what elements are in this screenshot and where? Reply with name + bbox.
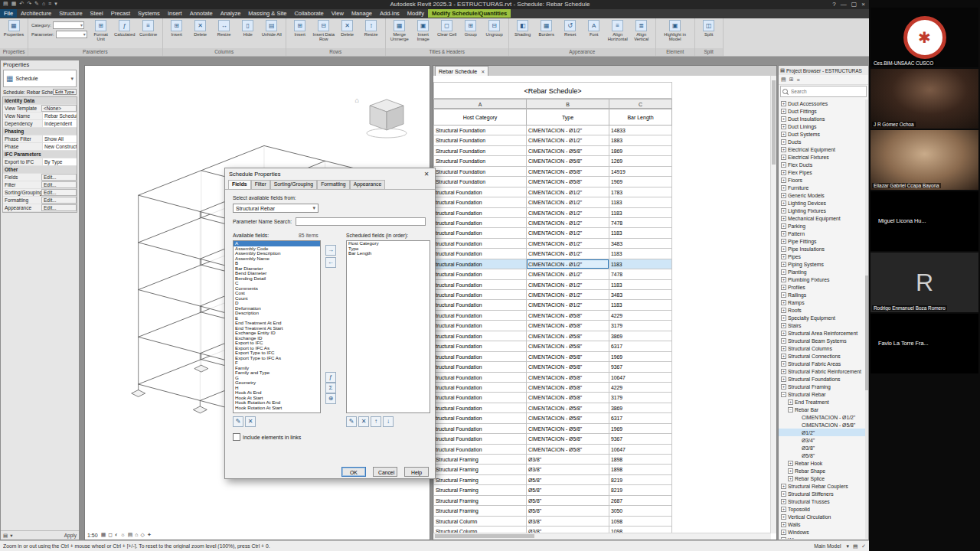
type-cell[interactable]: CIMENTACION - Ø5/8": [527, 403, 609, 413]
bar-length-cell[interactable]: 4229: [609, 311, 672, 321]
tree-item[interactable]: + Ducts: [779, 138, 865, 145]
schedule-row[interactable]: tructural Foundation CIMENTACION - Ø1/2"…: [434, 218, 672, 228]
schedule-row[interactable]: Structural Framing Ø3/8" 1898: [434, 455, 672, 465]
tree-item[interactable]: + Ramps: [779, 298, 865, 306]
host-category-cell[interactable]: tructural Foundation: [434, 383, 527, 393]
type-cell[interactable]: CIMENTACION - Ø1/2": [527, 187, 609, 197]
tree-item[interactable]: + Duct Systems: [779, 130, 865, 138]
host-category-cell[interactable]: tructural Foundation: [434, 393, 527, 403]
type-cell[interactable]: Ø5/8": [527, 485, 609, 495]
tree-expander[interactable]: +: [781, 331, 786, 336]
tree-item[interactable]: + Structural Foundations: [779, 375, 865, 383]
host-category-cell[interactable]: tructural Foundation: [434, 259, 527, 269]
ribbon-button[interactable]: ≡Align Horizontal: [606, 20, 629, 41]
schedule-row[interactable]: tructural Foundation CIMENTACION - Ø5/8"…: [434, 373, 672, 383]
schedule-row[interactable]: tructural Foundation CIMENTACION - Ø1/2"…: [434, 300, 672, 310]
bar-length-cell[interactable]: 4229: [609, 383, 672, 393]
tree-item[interactable]: + Duct Fittings: [779, 107, 865, 115]
tree-expander[interactable]: +: [781, 185, 786, 191]
property-row[interactable]: View Template <None>: [3, 105, 77, 112]
qat-icon[interactable]: ↷: [27, 1, 31, 7]
tree-expander[interactable]: +: [781, 292, 786, 298]
schedule-row[interactable]: Structural Framing Ø5/8" 2687: [434, 496, 672, 506]
schedule-row[interactable]: tructural Foundation CIMENTACION - Ø1/2"…: [434, 249, 672, 259]
remove-field-button[interactable]: ←: [325, 257, 336, 268]
tree-expander[interactable]: +: [781, 522, 786, 527]
view-control-icon[interactable]: ✦: [147, 532, 152, 538]
schedule-row[interactable]: Structural Column Ø3/8" 1098: [434, 517, 672, 527]
host-category-cell[interactable]: tructural Foundation: [434, 331, 527, 341]
host-category-cell[interactable]: tructural Foundation: [434, 403, 527, 413]
participant-tile[interactable]: R Rodrigo Enmanuel Boza Romero: [871, 253, 978, 312]
tree-item[interactable]: + Pipe Fittings: [779, 237, 865, 245]
calculated-value-button[interactable]: Σ: [325, 383, 336, 393]
bar-length-cell[interactable]: 1183: [609, 197, 672, 207]
schedule-row[interactable]: tructural Foundation CIMENTACION - Ø1/2"…: [434, 228, 672, 238]
bar-length-cell[interactable]: 3179: [609, 321, 672, 331]
host-category-cell[interactable]: tructural Foundation: [434, 228, 527, 238]
property-row[interactable]: Appearance Edit...: [3, 204, 77, 212]
ribbon-button[interactable]: ⊟Ungroup: [483, 20, 506, 41]
bar-length-cell[interactable]: 1883: [609, 135, 672, 145]
schedule-row[interactable]: tructural Foundation CIMENTACION - Ø5/8"…: [434, 311, 672, 321]
view-control-icon[interactable]: ⌂: [135, 532, 138, 538]
bar-length-cell[interactable]: 1898: [609, 465, 672, 474]
bar-length-cell[interactable]: 6317: [609, 413, 672, 423]
bar-length-cell[interactable]: 1898: [609, 455, 672, 465]
schedule-row[interactable]: tructural Foundation CIMENTACION - Ø1/2"…: [434, 280, 672, 290]
property-row[interactable]: View Name Rebar Schedule: [3, 112, 77, 120]
browser-tool-icon[interactable]: ▤: [781, 77, 786, 83]
host-category-cell[interactable]: tructural Foundation: [434, 311, 527, 321]
tree-item[interactable]: + Structural Columns: [779, 344, 865, 352]
field-item[interactable]: Hook Rotation At Start: [234, 406, 320, 411]
tree-item[interactable]: + Profiles: [779, 283, 865, 291]
ribbon-tab[interactable]: Modify Schedule/Quantities: [428, 9, 511, 18]
tree-item[interactable]: + Vertical Circulation: [779, 513, 865, 520]
bar-length-cell[interactable]: 1098: [609, 517, 672, 527]
status-bar-icon[interactable]: ✓: [861, 543, 866, 549]
type-cell[interactable]: CIMENTACION - Ø5/8": [527, 321, 609, 331]
ribbon-button[interactable]: ◻Clear Cell: [436, 20, 459, 41]
tree-expander[interactable]: −: [788, 407, 793, 412]
type-cell[interactable]: CIMENTACION - Ø5/8": [527, 341, 609, 351]
tree-item[interactable]: + Structural Area Reinforcement: [779, 329, 865, 337]
ribbon-button[interactable]: ▤Unhide All: [260, 20, 283, 37]
host-category-cell[interactable]: tructural Foundation: [434, 239, 527, 249]
ribbon-button[interactable]: ◧Shading: [511, 20, 534, 41]
delete-available-field-button[interactable]: ✕: [245, 416, 256, 427]
type-cell[interactable]: CIMENTACION - Ø5/8": [527, 383, 609, 393]
type-cell[interactable]: Ø5/8": [527, 496, 609, 506]
type-cell[interactable]: CIMENTACION - Ø1/2": [527, 300, 609, 310]
host-category-cell[interactable]: tructural Foundation: [434, 187, 527, 197]
bar-length-cell[interactable]: 1869: [609, 146, 672, 156]
bar-length-cell[interactable]: 1183: [609, 259, 672, 269]
tree-expander[interactable]: +: [781, 139, 786, 145]
tree-item[interactable]: + Structural Trusses: [779, 497, 865, 505]
edit-type-button[interactable]: Edit Type: [53, 89, 77, 95]
ribbon-button[interactable]: ⊞Format Unit: [90, 20, 113, 41]
schedule-row[interactable]: Structural Foundation CIMENTACION - Ø5/8…: [434, 167, 672, 177]
delete-scheduled-field-button[interactable]: ✕: [358, 416, 369, 427]
horizontal-scrollbar[interactable]: [433, 533, 771, 540]
column-header[interactable]: Host Category: [433, 109, 527, 126]
type-cell[interactable]: Ø3/8": [527, 465, 609, 474]
tree-expander[interactable]: +: [781, 231, 786, 236]
search-input[interactable]: [789, 88, 864, 95]
column-header[interactable]: Type: [527, 109, 609, 126]
tree-expander[interactable]: +: [781, 530, 786, 535]
type-cell[interactable]: CIMENTACION - Ø1/2": [527, 126, 609, 135]
ribbon-tab[interactable]: Massing & Site: [244, 9, 290, 18]
ribbon-button[interactable]: ⊞Insert: [165, 20, 188, 37]
browser-tool-icon[interactable]: ≡: [797, 77, 800, 83]
schedule-row[interactable]: tructural Foundation CIMENTACION - Ø5/8"…: [434, 362, 672, 372]
tree-item[interactable]: + Mechanical Equipment: [779, 214, 865, 222]
type-cell[interactable]: CIMENTACION - Ø5/8": [527, 167, 609, 177]
bar-length-cell[interactable]: 1183: [609, 300, 672, 310]
tree-item[interactable]: + Floors: [779, 176, 865, 184]
tree-expander[interactable]: +: [781, 170, 786, 175]
tree-item[interactable]: + Electrical Equipment: [779, 145, 865, 153]
move-field-up-button[interactable]: ↑: [371, 416, 381, 427]
ribbon-tab[interactable]: Insert: [164, 9, 186, 18]
tree-expander[interactable]: +: [781, 354, 786, 359]
scrollbar-thumb[interactable]: [865, 276, 868, 390]
